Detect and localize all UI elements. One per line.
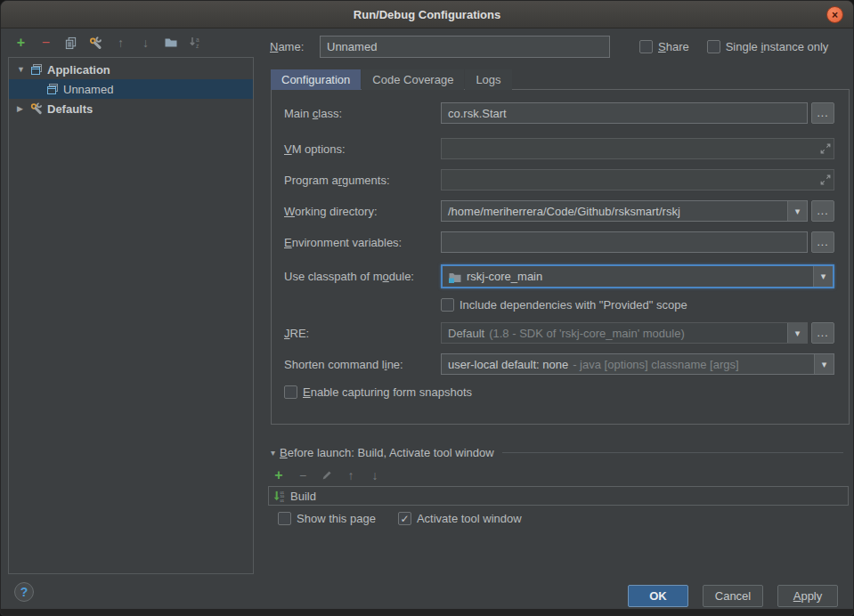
include-provided-checkbox-group[interactable]: Include dependencies with "Provided" sco… (441, 298, 687, 312)
plus-icon: + (274, 467, 282, 483)
main-class-label: Main class: (284, 107, 441, 120)
jre-combobox[interactable]: Default(1.8 - SDK of 'rskj-core_main' mo… (441, 322, 808, 344)
cancel-button[interactable]: Cancel (703, 585, 763, 607)
tree-group-label: Application (47, 63, 110, 77)
help-button[interactable]: ? (14, 582, 34, 602)
program-arguments-input[interactable] (441, 169, 834, 190)
remove-task-button[interactable]: − (297, 467, 309, 483)
working-directory-combobox[interactable]: /home/meriherrera/Code/Github/rsksmart/r… (441, 200, 808, 222)
before-launch-label[interactable]: Before launch: Build, Activate tool wind… (280, 446, 494, 459)
tab-configuration[interactable]: Configuration (271, 69, 361, 90)
before-launch-options: Show this page ✓ Activate tool window (278, 512, 522, 525)
tree-item-label: Unnamed (63, 83, 113, 96)
jre-label: JRE: (284, 327, 441, 340)
ok-button[interactable]: OK (628, 585, 688, 607)
tab-logs[interactable]: Logs (465, 69, 511, 90)
name-input[interactable] (320, 36, 610, 58)
dropdown-arrow-icon[interactable]: ▾ (813, 266, 833, 287)
chevron-right-icon[interactable]: ▶ (17, 104, 29, 113)
environment-variables-browse-button[interactable]: ... (811, 231, 834, 253)
create-folder-button[interactable] (163, 35, 178, 51)
expand-field-icon[interactable] (819, 174, 832, 189)
svg-text:z: z (196, 43, 199, 49)
share-checkbox[interactable] (639, 40, 653, 53)
main-class-browse-button[interactable]: ... (811, 102, 834, 124)
before-launch-header: ▾ Before launch: Build, Activate tool wi… (271, 446, 843, 459)
share-checkbox-group[interactable]: Share (639, 40, 689, 53)
minus-icon: − (42, 35, 50, 51)
single-instance-checkbox[interactable] (707, 40, 720, 53)
shorten-command-line-combobox[interactable]: user-local default: none- java [options]… (441, 353, 834, 375)
tree-group-application[interactable]: ▼ Application (9, 60, 253, 79)
move-up-button[interactable]: ↑ (113, 35, 128, 51)
pencil-icon (321, 469, 333, 482)
show-this-page-checkbox[interactable] (278, 512, 291, 525)
module-label: Use classpath of module: (284, 270, 441, 283)
single-instance-label: Single instance only (726, 40, 829, 53)
shorten-value: user-local default: none (448, 358, 568, 371)
shorten-command-line-label: Shorten command line: (284, 358, 441, 371)
up-arrow-icon: ↑ (118, 36, 124, 50)
up-arrow-icon: ↑ (348, 468, 354, 482)
help-icon: ? (20, 585, 28, 599)
capture-snapshots-checkbox[interactable] (284, 385, 297, 399)
remove-configuration-button[interactable]: − (38, 35, 53, 51)
dropdown-arrow-icon[interactable]: ▾ (787, 323, 807, 343)
move-task-up-button[interactable]: ↑ (345, 467, 357, 483)
show-this-page-label: Show this page (297, 512, 376, 525)
vm-options-label: VM options: (284, 142, 441, 156)
edit-task-button[interactable] (321, 467, 333, 483)
run-debug-configurations-dialog: Run/Debug Configurations × + − ↑ ↓ az (0, 0, 854, 616)
working-directory-row: Working directory: /home/meriherrera/Cod… (284, 200, 834, 222)
vm-options-input[interactable] (441, 138, 834, 159)
folder-icon (164, 36, 178, 50)
section-separator (502, 452, 843, 453)
program-arguments-label: Program arguments: (284, 174, 441, 187)
svg-text:a: a (196, 36, 199, 43)
module-icon (448, 270, 462, 284)
minus-icon: − (299, 468, 306, 482)
capture-snapshots-row: Enable capturing form snapshots (284, 385, 834, 399)
sort-configurations-button[interactable]: az (188, 35, 203, 51)
program-arguments-row: Program arguments: (284, 169, 834, 190)
module-row: Use classpath of module: rskj-core_main … (284, 264, 834, 288)
edit-defaults-button[interactable] (88, 35, 103, 51)
task-row-build[interactable]: 011001 Build (269, 487, 848, 505)
working-directory-browse-button[interactable]: ... (811, 200, 834, 222)
add-configuration-button[interactable]: + (13, 35, 28, 51)
window-bottom-edge (1, 609, 853, 615)
shorten-value-hint: - java [options] classname [args] (573, 358, 738, 371)
module-value: rskj-core_main (467, 270, 542, 283)
tab-code-coverage[interactable]: Code Coverage (362, 69, 464, 90)
jre-row: JRE: Default(1.8 - SDK of 'rskj-core_mai… (284, 322, 834, 344)
close-button[interactable]: × (826, 6, 843, 23)
dropdown-arrow-icon[interactable]: ▾ (787, 201, 807, 221)
apply-button[interactable]: Apply (777, 585, 838, 607)
module-combobox[interactable]: rskj-core_main ▾ (441, 264, 834, 288)
activate-tool-window-checkbox-group[interactable]: ✓ Activate tool window (398, 512, 522, 525)
copy-configuration-button[interactable] (63, 35, 78, 51)
activate-tool-window-checkbox[interactable]: ✓ (398, 512, 411, 525)
shorten-command-line-row: Shorten command line: user-local default… (284, 353, 834, 375)
plus-icon: + (17, 35, 25, 51)
jre-value: Default (448, 327, 484, 340)
dropdown-arrow-icon[interactable]: ▾ (814, 354, 834, 374)
include-provided-checkbox[interactable] (441, 298, 454, 312)
chevron-down-icon[interactable]: ▼ (17, 65, 29, 74)
move-down-button[interactable]: ↓ (138, 35, 153, 51)
section-collapse-icon[interactable]: ▾ (271, 448, 275, 458)
tree-group-defaults[interactable]: ▶ Defaults (9, 99, 253, 118)
capture-snapshots-checkbox-group[interactable]: Enable capturing form snapshots (284, 385, 472, 399)
environment-variables-input[interactable] (441, 231, 808, 253)
jre-value-hint: (1.8 - SDK of 'rskj-core_main' module) (489, 327, 685, 340)
tree-item-unnamed[interactable]: Unnamed (9, 79, 253, 99)
name-row: Name: Share Single instance only (270, 36, 828, 58)
main-class-input[interactable] (441, 102, 808, 124)
add-task-button[interactable]: + (272, 467, 285, 483)
move-task-down-button[interactable]: ↓ (369, 467, 381, 483)
expand-field-icon[interactable] (819, 142, 832, 158)
jre-browse-button[interactable]: ... (811, 322, 834, 344)
titlebar[interactable]: Run/Debug Configurations × (1, 1, 853, 28)
single-instance-checkbox-group[interactable]: Single instance only (707, 40, 829, 53)
show-this-page-checkbox-group[interactable]: Show this page (278, 512, 376, 525)
